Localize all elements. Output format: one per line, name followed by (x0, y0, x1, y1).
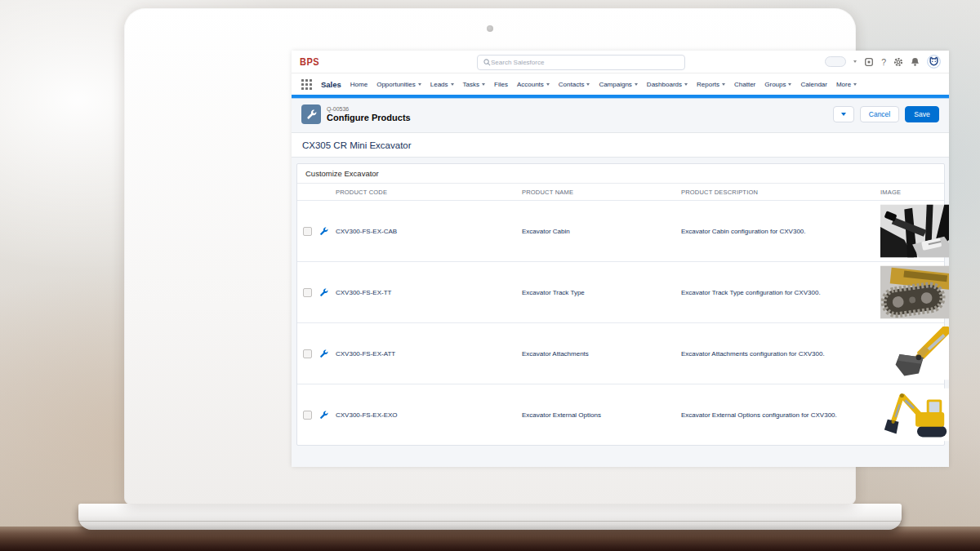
nav-bar: Sales Home Opportunities Leads Tasks Fil… (292, 73, 949, 95)
content-bottom-spacer (292, 446, 949, 467)
favorites-pill[interactable] (825, 56, 846, 67)
card-section-title: Customize Excavator (297, 164, 944, 184)
nav-tab-groups[interactable]: Groups (764, 81, 791, 88)
row-checkbox[interactable] (303, 411, 312, 420)
product-title-strip: CX305 CR Mini Excavator (292, 132, 949, 158)
actions-dropdown-button[interactable] (833, 106, 854, 122)
setup-box-icon[interactable] (864, 57, 874, 67)
product-description-cell: Excavator Attachments configuration for … (681, 350, 880, 358)
bell-icon[interactable] (911, 57, 920, 67)
cancel-button[interactable]: Cancel (860, 106, 899, 122)
nav-tab-chatter[interactable]: Chatter (734, 81, 755, 88)
excavator-attachment-photo (880, 327, 949, 380)
global-search[interactable] (477, 55, 685, 70)
wood-table (0, 527, 980, 551)
product-code-cell: CXV300-FS-EX-TT (336, 289, 522, 296)
chevron-down-icon (788, 83, 791, 86)
chevron-down-icon (451, 83, 454, 86)
nav-tab-contacts[interactable]: Contacts (559, 81, 590, 88)
nav-tab-calendar[interactable]: Calendar (800, 81, 826, 88)
column-product-name: PRODUCT NAME (522, 189, 681, 196)
laptop-screen: BPS ? Sales Home Opportunities Leads Ta (124, 8, 856, 504)
configure-wrench-icon[interactable] (319, 349, 328, 358)
laptop-base (78, 504, 902, 530)
salesforce-window: BPS ? Sales Home Opportunities Leads Ta (292, 51, 949, 467)
nav-tab-opportunities[interactable]: Opportunities (376, 81, 421, 88)
global-header: BPS ? (292, 51, 949, 73)
chevron-down-icon (684, 83, 688, 86)
nav-tab-reports[interactable]: Reports (697, 81, 725, 88)
chevron-down-icon (418, 83, 421, 86)
nav-tab-campaigns[interactable]: Campaigns (599, 81, 637, 88)
chevron-down-icon (482, 83, 485, 86)
product-code-cell: CXV300-FS-EX-EXO (336, 411, 522, 419)
nav-tab-tasks[interactable]: Tasks (463, 81, 485, 88)
configure-wrench-icon[interactable] (319, 288, 328, 297)
laptop-base-seam (78, 521, 902, 522)
product-description-cell: Excavator Cabin configuration for CXV300… (681, 228, 880, 235)
product-description-cell: Excavator External Options configuration… (681, 411, 880, 419)
product-name-cell: Excavator Attachments (522, 350, 681, 358)
nav-tab-files[interactable]: Files (494, 81, 508, 88)
product-name-cell: Excavator Cabin (522, 228, 681, 235)
excavator-cabin-photo (880, 204, 949, 258)
nav-tab-dashboards[interactable]: Dashboards (647, 81, 688, 88)
nav-tab-more[interactable]: More (836, 81, 857, 88)
table-header-row: PRODUCT CODE PRODUCT NAME PRODUCT DESCRI… (297, 184, 944, 200)
row-checkbox[interactable] (303, 227, 312, 236)
save-button[interactable]: Save (905, 106, 939, 122)
nav-tab-home[interactable]: Home (350, 81, 368, 88)
table-row[interactable]: CXV300-FS-EX-EXO Excavator External Opti… (297, 384, 944, 445)
configure-products-icon (301, 104, 321, 124)
product-description-cell: Excavator Track Type configuration for C… (681, 289, 880, 296)
configure-wrench-icon[interactable] (319, 411, 328, 420)
chevron-down-icon (853, 83, 857, 86)
nav-tab-leads[interactable]: Leads (430, 81, 454, 88)
chevron-down-icon (635, 83, 638, 86)
product-title: CX305 CR Mini Excavator (302, 140, 412, 150)
wrench-icon (306, 109, 317, 120)
company-logo: BPS (300, 56, 319, 67)
column-product-code: PRODUCT CODE (336, 189, 522, 196)
product-code-cell: CXV300-FS-EX-CAB (336, 228, 522, 235)
row-checkbox[interactable] (303, 288, 312, 297)
column-image: IMAGE (880, 189, 944, 196)
table-row[interactable]: CXV300-FS-EX-CAB Excavator Cabin Excavat… (297, 200, 944, 261)
chevron-down-icon (841, 113, 846, 116)
app-launcher-icon[interactable] (301, 79, 312, 90)
search-icon (483, 59, 491, 66)
table-row[interactable]: CXV300-FS-EX-ATT Excavator Attachments E… (297, 322, 944, 384)
avatar-astro-icon[interactable] (927, 55, 941, 69)
app-name[interactable]: Sales (321, 80, 341, 89)
customize-card: Customize Excavator PRODUCT CODE PRODUCT… (296, 163, 945, 446)
page-header: Q-00536 Configure Products Cancel Save (292, 98, 949, 130)
help-icon[interactable]: ? (881, 57, 886, 67)
chevron-down-icon (722, 83, 725, 86)
page-title: Configure Products (327, 113, 411, 122)
gear-icon[interactable] (893, 57, 903, 67)
excavator-full-photo (880, 388, 949, 442)
table-row[interactable]: CXV300-FS-EX-TT Excavator Track Type Exc… (297, 261, 944, 322)
webcam-dot (487, 25, 493, 32)
product-name-cell: Excavator Track Type (522, 289, 681, 296)
quote-number: Q-00536 (327, 106, 411, 112)
favorites-chevron-icon[interactable] (853, 60, 857, 63)
product-code-cell: CXV300-FS-EX-ATT (336, 350, 522, 358)
search-input[interactable] (491, 59, 679, 66)
nav-tab-accounts[interactable]: Accounts (517, 81, 550, 88)
row-checkbox[interactable] (303, 349, 312, 358)
chevron-down-icon (586, 83, 590, 86)
chevron-down-icon (546, 83, 550, 86)
product-name-cell: Excavator External Options (522, 411, 681, 419)
column-product-description: PRODUCT DESCRIPTION (681, 189, 880, 196)
excavator-track-photo (880, 265, 949, 319)
configure-wrench-icon[interactable] (319, 227, 328, 236)
